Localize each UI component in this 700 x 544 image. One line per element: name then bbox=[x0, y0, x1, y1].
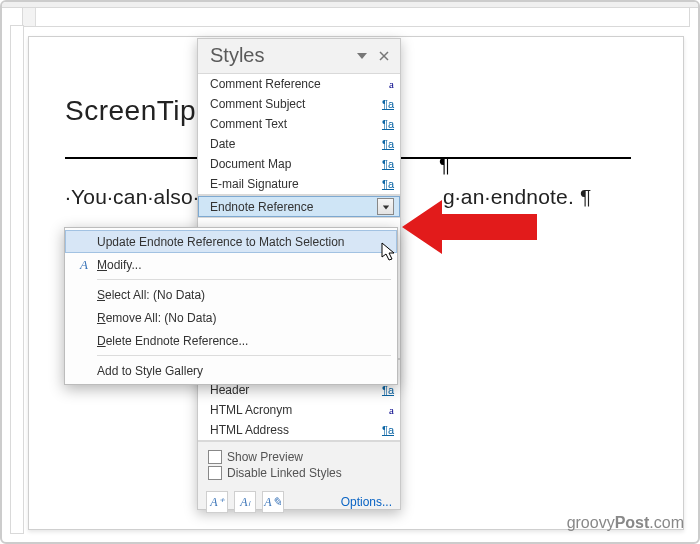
menu-select-all[interactable]: Select All: (No Data) bbox=[65, 283, 397, 306]
vertical-ruler[interactable] bbox=[10, 25, 24, 534]
style-item[interactable]: Date¶a bbox=[198, 134, 400, 154]
watermark: groovyPost.com bbox=[567, 514, 684, 532]
style-type-icon: ¶a bbox=[378, 384, 394, 396]
styles-pane-header: Styles bbox=[198, 39, 400, 73]
styles-options-link[interactable]: Options... bbox=[341, 495, 392, 509]
menu-label: Select All: (No Data) bbox=[97, 288, 205, 302]
style-type-icon: ¶a bbox=[378, 158, 394, 170]
style-dropdown-button[interactable] bbox=[377, 198, 394, 215]
menu-separator bbox=[97, 279, 391, 280]
menu-label: Modify... bbox=[97, 258, 141, 272]
horizontal-ruler[interactable] bbox=[22, 7, 690, 27]
heading-text[interactable]: ScreenTip bbox=[65, 95, 196, 127]
styles-pane-title: Styles bbox=[210, 44, 348, 67]
pilcrow-icon: ¶ bbox=[580, 185, 591, 208]
disable-linked-checkbox[interactable]: Disable Linked Styles bbox=[208, 466, 390, 480]
watermark-part1: groovy bbox=[567, 514, 615, 531]
watermark-part3: .com bbox=[649, 514, 684, 531]
style-item-label: Document Map bbox=[210, 157, 378, 171]
menu-label: Update Endnote Reference to Match Select… bbox=[97, 235, 345, 249]
menu-update-to-match[interactable]: Update Endnote Reference to Match Select… bbox=[65, 230, 397, 253]
style-item-label: HTML Address bbox=[210, 423, 378, 437]
screenshot-frame: ScreenTip ·You·can·also·a g·an·endnote. … bbox=[0, 0, 700, 544]
style-inspector-button[interactable]: Aᵢ bbox=[234, 491, 256, 513]
pane-options-icon[interactable] bbox=[354, 48, 370, 64]
style-context-menu: Update Endnote Reference to Match Select… bbox=[64, 227, 398, 385]
manage-styles-button[interactable]: A✎ bbox=[262, 491, 284, 513]
body-text-before: ·You·can·also·a bbox=[65, 185, 211, 208]
menu-delete-style[interactable]: Delete Endnote Reference... bbox=[65, 329, 397, 352]
watermark-part2: Post bbox=[615, 514, 650, 531]
style-item-endnote-reference[interactable]: Endnote Reference bbox=[198, 196, 400, 217]
styles-options-section: Show Preview Disable Linked Styles bbox=[198, 441, 400, 486]
style-item[interactable]: Comment Text¶a bbox=[198, 114, 400, 134]
style-type-icon: a bbox=[378, 404, 394, 416]
style-type-icon: ¶a bbox=[378, 424, 394, 436]
style-item[interactable]: Comment Subject¶a bbox=[198, 94, 400, 114]
style-type-icon: ¶a bbox=[378, 178, 394, 190]
menu-separator bbox=[97, 355, 391, 356]
style-item[interactable]: Document Map¶a bbox=[198, 154, 400, 174]
checkbox-icon bbox=[208, 466, 222, 480]
menu-label: Delete Endnote Reference... bbox=[97, 334, 248, 348]
menu-label: Remove All: (No Data) bbox=[97, 311, 216, 325]
style-list-selected: Endnote Reference bbox=[198, 195, 400, 218]
new-style-button[interactable]: A⁺ bbox=[206, 491, 228, 513]
style-item-label: Endnote Reference bbox=[210, 200, 374, 214]
style-list-top: Comment ReferenceaComment Subject¶aComme… bbox=[198, 73, 400, 195]
show-preview-label: Show Preview bbox=[227, 450, 303, 464]
modify-icon: A bbox=[80, 257, 88, 273]
red-arrow-annotation bbox=[402, 192, 542, 262]
style-type-icon: a bbox=[378, 78, 394, 90]
style-item-label: E-mail Signature bbox=[210, 177, 378, 191]
disable-linked-label: Disable Linked Styles bbox=[227, 466, 342, 480]
styles-footer: A⁺ Aᵢ A✎ Options... bbox=[198, 486, 400, 519]
cursor-icon bbox=[381, 242, 399, 264]
style-item-label: HTML Acronym bbox=[210, 403, 378, 417]
style-item[interactable]: HTML Address¶a bbox=[198, 420, 400, 440]
style-item[interactable]: E-mail Signature¶a bbox=[198, 174, 400, 194]
show-preview-checkbox[interactable]: Show Preview bbox=[208, 450, 390, 464]
style-item[interactable]: Comment Referencea bbox=[198, 74, 400, 94]
menu-label: Add to Style Gallery bbox=[97, 364, 203, 378]
style-item[interactable]: HTML Acronyma bbox=[198, 400, 400, 420]
style-type-icon: ¶a bbox=[378, 138, 394, 150]
style-item-label: Comment Text bbox=[210, 117, 378, 131]
close-icon[interactable] bbox=[376, 48, 392, 64]
style-type-icon: ¶a bbox=[378, 98, 394, 110]
menu-add-to-gallery[interactable]: Add to Style Gallery bbox=[65, 359, 397, 382]
style-item-label: Comment Reference bbox=[210, 77, 378, 91]
style-item-label: Date bbox=[210, 137, 378, 151]
menu-remove-all[interactable]: Remove All: (No Data) bbox=[65, 306, 397, 329]
svg-marker-0 bbox=[402, 200, 537, 254]
checkbox-icon bbox=[208, 450, 222, 464]
style-type-icon: ¶a bbox=[378, 118, 394, 130]
pilcrow-icon: ¶ bbox=[439, 153, 450, 177]
menu-modify[interactable]: A Modify... bbox=[65, 253, 397, 276]
heading-text-content: ScreenTip bbox=[65, 95, 196, 126]
style-item-label: Comment Subject bbox=[210, 97, 378, 111]
style-item-label: Header bbox=[210, 383, 378, 397]
